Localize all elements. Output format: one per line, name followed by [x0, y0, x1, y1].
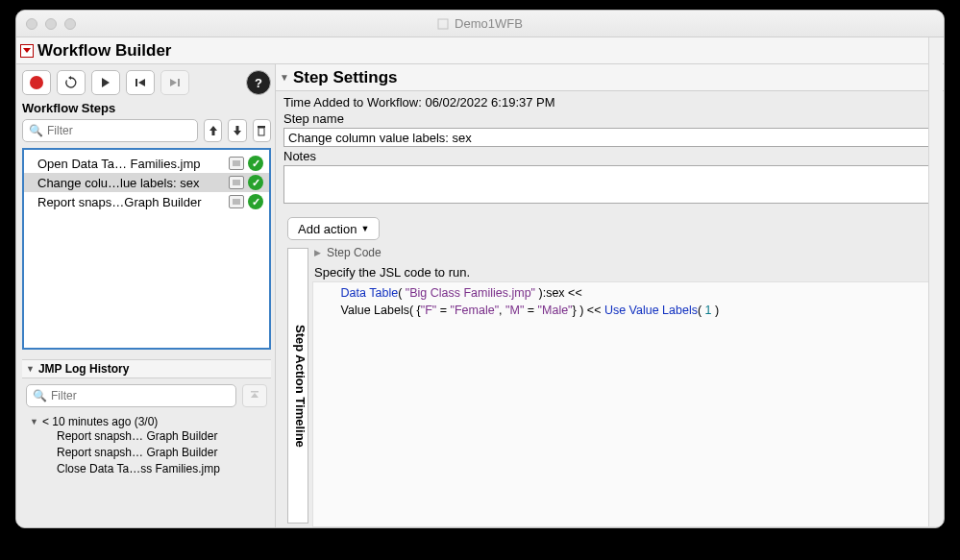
- step-forward-button[interactable]: [160, 70, 189, 95]
- log-header[interactable]: ▼ JMP Log History: [22, 359, 271, 378]
- help-button[interactable]: ?: [246, 70, 271, 95]
- outline-toggle-icon[interactable]: [20, 44, 34, 58]
- step-back-button[interactable]: [126, 70, 155, 95]
- record-button[interactable]: [22, 70, 51, 95]
- step-thumb-icon[interactable]: [229, 195, 244, 208]
- step-label: Change colu…lue labels: sex: [37, 176, 225, 190]
- document-icon: [437, 18, 449, 30]
- vertical-scrollbar[interactable]: [928, 37, 943, 526]
- log-body: ▼ < 10 minutes ago (3/0) Report snapsh… …: [22, 413, 271, 481]
- play-icon: [101, 77, 111, 88]
- step-name-input[interactable]: [283, 128, 936, 147]
- log-item[interactable]: Report snapsh… Graph Builder: [57, 445, 267, 461]
- log-group[interactable]: ▼ < 10 minutes ago (3/0): [30, 415, 267, 428]
- content: Workflow Builder: [16, 37, 944, 527]
- step-code-header[interactable]: ▶ Step Code: [312, 244, 936, 263]
- search-icon: 🔍: [33, 389, 47, 402]
- chevron-down-icon[interactable]: ▼: [280, 72, 289, 83]
- log-sync-button[interactable]: [242, 384, 267, 407]
- reset-icon: [64, 76, 78, 89]
- step-forward-icon: [169, 77, 181, 88]
- workflow-builder-title: Workflow Builder: [37, 41, 171, 61]
- move-down-button[interactable]: [228, 119, 246, 142]
- step-done-icon: ✓: [248, 156, 263, 171]
- move-up-button[interactable]: [204, 119, 222, 142]
- app-window: Demo1WFB Workflow Builder: [15, 10, 945, 528]
- svg-rect-0: [438, 19, 448, 29]
- step-name-label: Step name: [283, 111, 936, 126]
- svg-rect-3: [258, 128, 264, 135]
- workflow-steps-list[interactable]: Open Data Ta… Families.jmp ✓ Change colu…: [22, 148, 271, 350]
- step-settings-header: ▼ Step Settings: [276, 64, 944, 91]
- svg-rect-2: [178, 79, 180, 86]
- step-thumb-icon[interactable]: [229, 157, 244, 170]
- search-icon: 🔍: [29, 124, 43, 137]
- code-editor[interactable]: Data Table( "Big Class Families.jmp" ):s…: [312, 281, 936, 527]
- workflow-steps-filter-input[interactable]: [47, 124, 191, 137]
- add-action-button[interactable]: Add action ▼: [287, 217, 380, 240]
- workflow-step-row[interactable]: Report snaps…Graph Builder ✓: [24, 192, 269, 211]
- arrow-up-icon: [209, 125, 218, 136]
- chevron-down-icon: ▼: [30, 417, 38, 426]
- titlebar: Demo1WFB: [16, 11, 944, 37]
- log-group-label: < 10 minutes ago (3/0): [42, 415, 158, 428]
- log-filter-input[interactable]: [51, 389, 230, 402]
- chevron-right-icon: ▶: [314, 248, 321, 257]
- window-title: Demo1WFB: [16, 16, 944, 31]
- step-action-timeline-tab[interactable]: Step Action Timeline: [287, 248, 308, 523]
- svg-rect-1: [135, 79, 137, 86]
- workflow-toolbar: ?: [22, 70, 271, 95]
- step-done-icon: ✓: [248, 194, 263, 209]
- svg-rect-4: [258, 126, 265, 128]
- trash-icon: [257, 125, 266, 136]
- workflow-steps-filter-row: 🔍: [22, 119, 271, 142]
- workflow-step-row[interactable]: Change colu…lue labels: sex ✓: [24, 173, 269, 192]
- chevron-down-icon: ▼: [360, 224, 369, 233]
- record-icon: [30, 76, 43, 89]
- notes-input[interactable]: [283, 165, 936, 204]
- time-added-row: Time Added to Workflow: 06/02/2022 6:19:…: [283, 95, 936, 110]
- delete-step-button[interactable]: [253, 119, 271, 142]
- workflow-steps-filter[interactable]: 🔍: [22, 119, 198, 142]
- code-description: Specify the JSL code to run.: [312, 263, 936, 281]
- svg-rect-5: [251, 391, 258, 393]
- left-sidebar: ? Workflow Steps 🔍 Open Data Ta… Familie…: [16, 64, 276, 527]
- workflow-step-row[interactable]: Open Data Ta… Families.jmp ✓: [24, 154, 269, 173]
- step-back-icon: [135, 77, 146, 88]
- log-section: ▼ JMP Log History 🔍 ▼ < 10 minutes: [22, 359, 271, 481]
- chevron-down-icon: ▼: [26, 364, 35, 374]
- notes-label: Notes: [283, 149, 936, 163]
- step-settings-title: Step Settings: [293, 68, 398, 87]
- log-filter[interactable]: 🔍: [26, 384, 236, 407]
- play-button[interactable]: [91, 70, 120, 95]
- step-thumb-icon[interactable]: [229, 176, 244, 189]
- arrow-up-bar-icon: [250, 390, 259, 402]
- workflow-builder-header: Workflow Builder: [16, 37, 944, 64]
- workflow-steps-label: Workflow Steps: [22, 101, 271, 115]
- step-done-icon: ✓: [248, 175, 263, 190]
- log-item[interactable]: Report snapsh… Graph Builder: [57, 428, 267, 445]
- reset-button[interactable]: [57, 70, 86, 95]
- log-item[interactable]: Close Data Ta…ss Families.jmp: [57, 461, 267, 477]
- step-label: Report snaps…Graph Builder: [37, 195, 225, 209]
- log-title: JMP Log History: [38, 362, 129, 376]
- right-pane: ▼ Step Settings Time Added to Workflow: …: [276, 64, 944, 527]
- arrow-down-icon: [233, 125, 242, 136]
- step-label: Open Data Ta… Families.jmp: [37, 157, 225, 171]
